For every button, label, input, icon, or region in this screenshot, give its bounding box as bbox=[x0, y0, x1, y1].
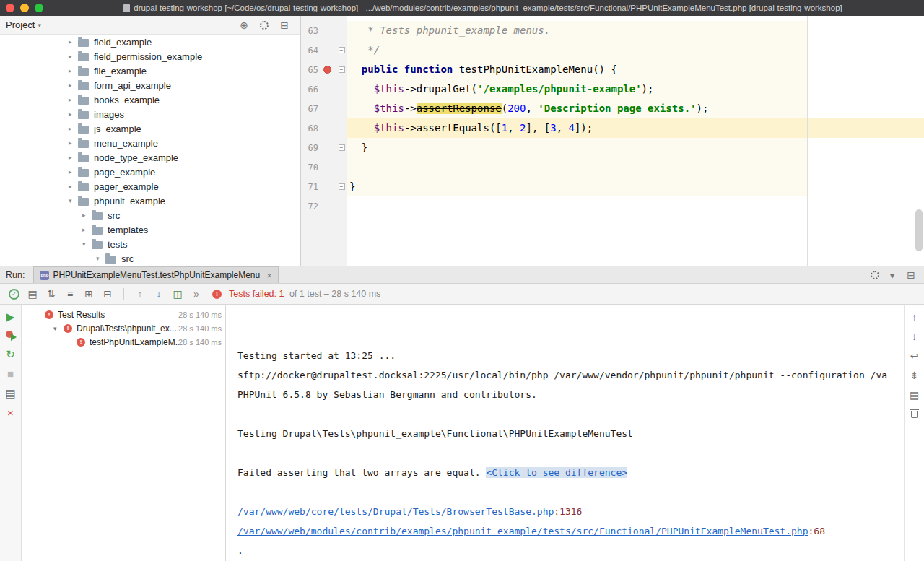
minimize-window-button[interactable] bbox=[20, 4, 29, 12]
line-number: 67 bbox=[301, 104, 318, 114]
chevron-down-icon[interactable]: ▾ bbox=[82, 240, 92, 248]
open-results-icon[interactable]: ◫ bbox=[172, 289, 183, 299]
chevron-right-icon[interactable]: ▸ bbox=[69, 82, 78, 89]
collapse-all-icon[interactable]: ⊟ bbox=[102, 289, 113, 299]
chevron-right-icon[interactable]: ▸ bbox=[69, 67, 78, 74]
chevron-right-icon[interactable]: ▸ bbox=[82, 226, 92, 233]
editor-line-65[interactable]: 65− public function testPhpUnitExampleMe… bbox=[301, 60, 924, 79]
tree-item-images[interactable]: ▸images bbox=[0, 107, 300, 121]
tree-item-menu_example[interactable]: ▸menu_example bbox=[0, 136, 300, 150]
editor-line-67[interactable]: 67 $this->assertResponse(200, 'Descripti… bbox=[301, 99, 924, 118]
scroll-to-end-icon[interactable]: ⇟ bbox=[909, 369, 920, 381]
phpstorm-window: drupal-testing-workshop [~/Code/os/drupa… bbox=[0, 0, 924, 561]
tree-item-label: node_type_example bbox=[94, 152, 178, 163]
fold-region-icon[interactable]: − bbox=[339, 47, 345, 53]
editor[interactable]: 63 * Tests phpunit_example menus.64− */6… bbox=[301, 16, 924, 266]
show-passed-icon[interactable]: ✓ bbox=[9, 289, 19, 300]
test-tree-item[interactable]: !testPhpUnitExampleM...28 s 140 ms bbox=[22, 335, 225, 349]
rerun-failed-tests-icon[interactable] bbox=[6, 330, 16, 341]
gear-icon[interactable] bbox=[260, 21, 269, 30]
tests-failed-icon: ! bbox=[212, 290, 222, 299]
close-icon[interactable]: × bbox=[5, 406, 17, 419]
chevron-right-icon[interactable]: ▸ bbox=[69, 53, 78, 60]
chevron-right-icon[interactable]: ▸ bbox=[69, 183, 78, 190]
tree-item-field_permission_example[interactable]: ▸field_permission_example bbox=[0, 49, 300, 64]
tree-item-src[interactable]: ▸src bbox=[0, 208, 300, 222]
chevron-down-icon[interactable]: ▾ bbox=[69, 197, 78, 204]
tree-item-form_api_example[interactable]: ▸form_api_example bbox=[0, 78, 300, 92]
console-link[interactable]: <Click to see difference> bbox=[486, 467, 627, 478]
sort-alphabetically-icon[interactable]: ≡ bbox=[64, 289, 76, 299]
test-tree-item[interactable]: ▾!Drupal\Tests\phpunit_ex...28 s 140 ms bbox=[22, 321, 225, 335]
more-actions-icon[interactable]: » bbox=[191, 289, 202, 299]
editor-line-72[interactable]: 72 bbox=[301, 196, 924, 216]
chevron-right-icon[interactable]: ▸ bbox=[69, 110, 78, 118]
chevron-right-icon[interactable]: ▸ bbox=[69, 139, 78, 147]
editor-line-70[interactable]: 70 bbox=[301, 157, 924, 177]
tree-item-templates[interactable]: ▸templates bbox=[0, 222, 300, 237]
editor-line-68[interactable]: 68 $this->assertEquals([1, 2], [3, 4]); bbox=[301, 118, 924, 138]
failed-test-gutter-icon[interactable] bbox=[323, 66, 331, 74]
chevron-right-icon[interactable]: ▸ bbox=[69, 154, 78, 161]
stop-icon[interactable]: ■ bbox=[5, 368, 17, 380]
chevron-right-icon[interactable]: ▸ bbox=[82, 212, 92, 219]
fold-region-icon[interactable]: − bbox=[339, 66, 345, 73]
chevron-down-icon[interactable]: ▾ bbox=[53, 325, 64, 332]
editor-line-64[interactable]: 64− */ bbox=[301, 40, 924, 60]
tree-item-label: phpunit_example bbox=[94, 196, 165, 206]
chevron-right-icon[interactable]: ▸ bbox=[69, 125, 78, 132]
close-window-button[interactable] bbox=[6, 4, 14, 12]
tree-item-page_example[interactable]: ▸page_example bbox=[0, 165, 300, 179]
tree-item-js_example[interactable]: ▸js_example bbox=[0, 121, 300, 136]
soft-wrap-icon[interactable]: ↩ bbox=[909, 349, 920, 362]
tree-item-src[interactable]: ▾src bbox=[0, 251, 300, 266]
toggle-auto-test-icon[interactable]: ↻ bbox=[5, 348, 17, 360]
tree-item-pager_example[interactable]: ▸pager_example bbox=[0, 179, 300, 193]
print-icon[interactable]: ▤ bbox=[909, 388, 920, 401]
previous-failed-test-icon[interactable]: ↑ bbox=[134, 289, 146, 299]
close-tab-icon[interactable]: × bbox=[266, 270, 272, 281]
show-console-icon[interactable]: ▤ bbox=[27, 289, 38, 299]
fold-region-icon[interactable]: − bbox=[339, 183, 345, 190]
console-line: . bbox=[237, 541, 904, 560]
zoom-window-button[interactable] bbox=[35, 4, 43, 12]
chevron-right-icon[interactable]: ▸ bbox=[69, 38, 78, 45]
down-stacktrace-icon[interactable]: ↓ bbox=[909, 330, 920, 342]
tree-item-phpunit_example[interactable]: ▾phpunit_example bbox=[0, 193, 300, 208]
tree-item-field_example[interactable]: ▸field_example bbox=[0, 35, 300, 49]
editor-line-69[interactable]: 69− } bbox=[301, 138, 924, 157]
tree-item-hooks_example[interactable]: ▸hooks_example bbox=[0, 92, 300, 107]
expand-all-icon[interactable]: ⊞ bbox=[83, 289, 95, 299]
project-tool-window-title[interactable]: Project ▾ bbox=[6, 19, 41, 30]
caret-down-icon[interactable]: ▾ bbox=[886, 270, 898, 280]
console-link[interactable]: /var/www/web/core/tests/Drupal/Tests/Bro… bbox=[237, 506, 554, 517]
tree-item-label: tests bbox=[108, 239, 127, 250]
up-stacktrace-icon[interactable]: ↑ bbox=[909, 310, 920, 323]
tree-item-node_type_example[interactable]: ▸node_type_example bbox=[0, 150, 300, 165]
clear-console-icon[interactable] bbox=[911, 411, 918, 418]
chevron-right-icon[interactable]: ▸ bbox=[69, 96, 78, 103]
console-link[interactable]: /var/www/web/modules/contrib/examples/ph… bbox=[237, 526, 808, 536]
test-tree-item[interactable]: !Test Results28 s 140 ms bbox=[22, 308, 225, 321]
editor-line-66[interactable]: 66 $this->drupalGet('/examples/phpunit-e… bbox=[301, 79, 924, 99]
hide-panel-icon[interactable]: ⊟ bbox=[279, 20, 290, 30]
test-history-icon[interactable]: ▤ bbox=[5, 387, 17, 399]
test-console[interactable]: Testing started at 13:25 ...sftp://docke… bbox=[232, 305, 904, 561]
locate-file-icon[interactable]: ⊕ bbox=[238, 20, 250, 30]
run-tab[interactable]: php PHPUnitExampleMenuTest.testPhpUnitEx… bbox=[33, 266, 278, 283]
hide-panel-icon[interactable]: ⊟ bbox=[905, 270, 917, 280]
fold-region-icon[interactable]: − bbox=[339, 144, 345, 151]
sort-by-duration-icon[interactable]: ⇅ bbox=[45, 289, 57, 299]
window-title: drupal-testing-workshop [~/Code/os/drupa… bbox=[134, 4, 842, 12]
chevron-right-icon[interactable]: ▸ bbox=[69, 168, 78, 175]
folder-icon bbox=[92, 212, 103, 220]
editor-line-63[interactable]: 63 * Tests phpunit_example menus. bbox=[301, 21, 924, 40]
chevron-down-icon[interactable]: ▾ bbox=[96, 255, 105, 262]
next-failed-test-icon[interactable]: ↓ bbox=[153, 289, 165, 299]
tree-item-file_example[interactable]: ▸file_example bbox=[0, 64, 300, 78]
editor-scrollbar[interactable] bbox=[915, 209, 923, 251]
gear-icon[interactable] bbox=[871, 271, 879, 279]
rerun-tests-icon[interactable]: ▶ bbox=[5, 310, 17, 323]
tree-item-tests[interactable]: ▾tests bbox=[0, 237, 300, 251]
editor-line-71[interactable]: 71−} bbox=[301, 177, 924, 196]
